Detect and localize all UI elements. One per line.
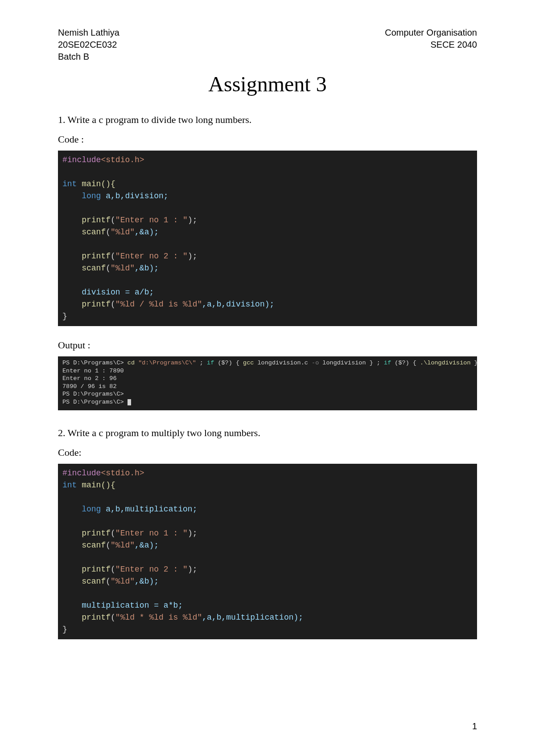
q2-code-block: #include<stdio.h> int main(){ long a,b,m… [58, 464, 477, 639]
code-token: printf [62, 613, 111, 622]
code-token: multiplication = a*b; [62, 601, 183, 610]
code-token: "%ld" [111, 541, 135, 550]
term-token: ; [196, 360, 207, 366]
code-token: printf [62, 529, 111, 538]
page-header: Nemish Lathiya 20SE02CE032 Batch B Compu… [58, 27, 477, 63]
code-token: main(){ [77, 481, 115, 490]
student-batch: Batch B [58, 51, 119, 63]
code-token: "Enter no 1 : " [115, 216, 188, 225]
term-token: longdivision } ; [319, 360, 384, 366]
code-token: ); [188, 252, 198, 261]
code-token: "%ld * %ld is %ld" [115, 613, 202, 622]
code-token: scanf [62, 264, 106, 273]
term-token: if [207, 360, 214, 366]
term-token: ($?) { [214, 360, 243, 366]
term-token: ($?) { [391, 360, 420, 366]
term-line: PS D:\Programs\C> [62, 399, 128, 405]
code-token: ); [188, 565, 198, 574]
code-token: printf [62, 300, 111, 309]
code-token: int [62, 481, 77, 490]
code-token: ,a,b,division); [202, 300, 274, 309]
term-line: Enter no 2 : 96 [62, 375, 117, 382]
question-1-prompt: 1. Write a c program to divide two long … [58, 114, 477, 126]
code-token: "Enter no 1 : " [115, 529, 188, 538]
code-token: "Enter no 2 : " [115, 252, 188, 261]
term-token: "d:\Programs\C\" [138, 360, 196, 366]
term-token: gcc [243, 360, 254, 366]
code-token: ,&b); [135, 577, 159, 586]
code-token: #include [62, 155, 101, 164]
course-name: Computer Organisation [385, 27, 477, 39]
code-token: ,&b); [135, 264, 159, 273]
term-token: } [471, 360, 477, 366]
code-token: division = a/b; [62, 288, 154, 297]
code-token: "Enter no 2 : " [115, 565, 188, 574]
code-token: ); [188, 216, 198, 225]
term-token: cd [128, 360, 138, 366]
code-token: "%ld" [111, 264, 135, 273]
code-token: ( [111, 565, 115, 574]
code-token: long [62, 192, 101, 200]
term-token: if [384, 360, 391, 366]
term-token: PS D:\Programs\C> [62, 360, 128, 366]
code-token: scanf [62, 541, 106, 550]
student-id: 20SE02CE032 [58, 39, 119, 51]
term-line: PS D:\Programs\C> [62, 391, 124, 397]
page-title: Assignment 3 [58, 72, 477, 96]
code-token: ,a,b,multiplication); [202, 613, 303, 622]
code-token: scanf [62, 228, 106, 237]
header-left: Nemish Lathiya 20SE02CE032 Batch B [58, 27, 119, 63]
code-token: ( [111, 613, 115, 622]
term-line: 7890 / 96 is 82 [62, 383, 117, 390]
code-token: ( [106, 541, 111, 550]
header-right: Computer Organisation SECE 2040 [385, 27, 477, 63]
code-token: ( [111, 216, 115, 225]
code-token: #include [62, 469, 101, 478]
q1-code-block: #include<stdio.h> int main(){ long a,b,d… [58, 151, 477, 326]
cursor-icon [128, 399, 131, 405]
code-token: main(){ [77, 180, 115, 188]
code-token: ( [106, 577, 111, 586]
term-line: Enter no 1 : 7890 [62, 368, 124, 374]
code-token: ( [111, 252, 115, 261]
code-token: ( [111, 529, 115, 538]
term-token: -o [312, 360, 319, 366]
code-token: "%ld" [111, 577, 135, 586]
q2-code-label: Code: [58, 447, 477, 458]
term-token: .\longdivision [420, 360, 470, 366]
code-token: <stdio.h> [101, 155, 144, 164]
course-code: SECE 2040 [385, 39, 477, 51]
term-token: longdivision.c [254, 360, 312, 366]
code-token: ,&a); [135, 228, 159, 237]
q1-code-label: Code : [58, 134, 477, 145]
code-token: scanf [62, 577, 106, 586]
code-token: ( [111, 300, 115, 309]
code-token: ( [106, 264, 111, 273]
page-number: 1 [472, 721, 477, 731]
code-token: int [62, 180, 77, 188]
code-token: "%ld / %ld is %ld" [115, 300, 202, 309]
student-name: Nemish Lathiya [58, 27, 119, 39]
code-token: ,&a); [135, 541, 159, 550]
code-token: "%ld" [111, 228, 135, 237]
code-token: <stdio.h> [101, 469, 144, 478]
code-token: } [62, 312, 67, 321]
code-token: printf [62, 216, 111, 225]
code-token: printf [62, 252, 111, 261]
q1-output-label: Output : [58, 339, 477, 351]
code-token: } [62, 625, 67, 634]
code-token: ); [188, 529, 198, 538]
code-token: printf [62, 565, 111, 574]
code-token: ( [106, 228, 111, 237]
code-token: a,b,division; [101, 192, 168, 200]
q1-terminal-block: PS D:\Programs\C> cd "d:\Programs\C\" ; … [58, 356, 477, 410]
code-token: long [62, 505, 101, 514]
code-token: a,b,multiplication; [101, 505, 197, 514]
question-2-prompt: 2. Write a c program to multiply two lon… [58, 427, 477, 439]
